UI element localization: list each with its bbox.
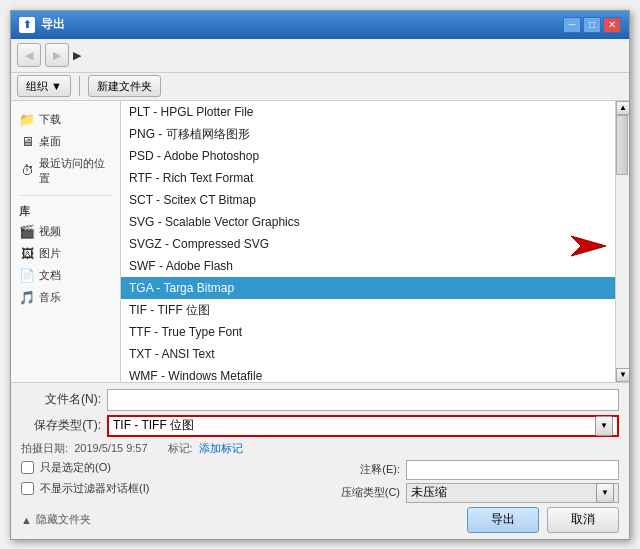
desktop-icon: 🖥	[19, 134, 35, 150]
date-label-text: 拍摄日期:	[21, 442, 68, 454]
main-content: 📁 下载 🖥 桌面 ⏱ 最近访问的位置 库 🎬 视频	[11, 101, 629, 382]
file-item[interactable]: TTF - True Type Font	[121, 321, 615, 343]
compress-combo[interactable]: 未压缩 ▼	[406, 483, 619, 503]
options-area: 只是选定的(O) 不显示过滤器对话框(I) 注释(E): 压缩类型(C) 未压缩…	[21, 460, 619, 503]
cancel-button[interactable]: 取消	[547, 507, 619, 533]
file-item[interactable]: SWF - Adobe Flash	[121, 255, 615, 277]
compress-value: 未压缩	[411, 484, 447, 501]
sidebar-item-downloads[interactable]: 📁 下载	[11, 109, 120, 131]
pictures-icon: 🖼	[19, 246, 35, 262]
export-dialog: ⬆ 导出 ─ □ ✕ ◀ ▶ ▶ 组织 ▼ 新建文件夹 📁 下载	[10, 10, 630, 540]
filename-row: 文件名(N):	[21, 389, 619, 411]
sidebar-item-desktop[interactable]: 🖥 桌面	[11, 131, 120, 153]
meta-row: 拍摄日期: 2019/5/15 9:57 标记: 添加标记	[21, 441, 619, 456]
filename-label: 文件名(N):	[21, 391, 101, 408]
file-item[interactable]: WMF - Windows Metafile	[121, 365, 615, 382]
scroll-down-button[interactable]: ▼	[616, 368, 629, 382]
toolbar-separator	[79, 76, 80, 96]
title-bar-left: ⬆ 导出	[19, 16, 65, 33]
dialog-icon: ⬆	[19, 17, 35, 33]
compress-dropdown-arrow[interactable]: ▼	[596, 483, 614, 503]
file-item[interactable]: TXT - ANSI Text	[121, 343, 615, 365]
sidebar-item-documents[interactable]: 📄 文档	[11, 265, 120, 287]
scrollbar[interactable]: ▲ ▼	[615, 101, 629, 382]
sidebar: 📁 下载 🖥 桌面 ⏱ 最近访问的位置 库 🎬 视频	[11, 101, 121, 382]
checkbox2-label: 不显示过滤器对话框(I)	[40, 481, 149, 496]
video-icon: 🎬	[19, 224, 35, 240]
file-item[interactable]: TIF - TIFF 位图	[121, 299, 615, 321]
note-row: 注释(E):	[330, 460, 619, 480]
file-list: PLT - HPGL Plotter FilePNG - 可移植网络图形PSD …	[121, 101, 615, 382]
sidebar-item-label: 桌面	[39, 134, 61, 149]
music-icon: 🎵	[19, 290, 35, 306]
hide-folder-label: 隐藏文件夹	[36, 512, 91, 527]
file-item[interactable]: PNG - 可移植网络图形	[121, 123, 615, 145]
filename-input[interactable]	[107, 389, 619, 411]
top-toolbar: ◀ ▶ ▶	[11, 39, 629, 73]
recent-icon: ⏱	[19, 163, 35, 179]
forward-button[interactable]: ▶	[45, 43, 69, 67]
scrollbar-thumb[interactable]	[616, 115, 628, 175]
new-folder-button[interactable]: 新建文件夹	[88, 75, 161, 97]
selected-only-checkbox[interactable]	[21, 461, 34, 474]
file-item[interactable]: TGA - Targa Bitmap	[121, 277, 615, 299]
sidebar-separator	[19, 195, 112, 196]
sidebar-item-label: 最近访问的位置	[39, 156, 112, 186]
dialog-title: 导出	[41, 16, 65, 33]
filetype-value: TIF - TIFF 位图	[113, 417, 194, 434]
filetype-dropdown-arrow[interactable]: ▼	[595, 416, 613, 436]
compress-label: 压缩类型(C)	[330, 485, 400, 500]
scroll-up-button[interactable]: ▲	[616, 101, 629, 115]
file-item[interactable]: SVGZ - Compressed SVG	[121, 233, 615, 255]
sidebar-item-label: 音乐	[39, 290, 61, 305]
sidebar-item-video[interactable]: 🎬 视频	[11, 221, 120, 243]
bottom-panel: 文件名(N): 保存类型(T): TIF - TIFF 位图 ▼ 拍摄日期: 2…	[11, 382, 629, 539]
title-bar: ⬆ 导出 ─ □ ✕	[11, 11, 629, 39]
file-item[interactable]: PSD - Adobe Photoshop	[121, 145, 615, 167]
sidebar-favorites: 📁 下载 🖥 桌面 ⏱ 最近访问的位置	[11, 107, 120, 191]
title-bar-controls: ─ □ ✕	[563, 17, 621, 33]
close-button[interactable]: ✕	[603, 17, 621, 33]
scrollbar-thumb-area	[616, 115, 629, 368]
sidebar-item-label: 视频	[39, 224, 61, 239]
export-button[interactable]: 导出	[467, 507, 539, 533]
sidebar-item-music[interactable]: 🎵 音乐	[11, 287, 120, 309]
minimize-button[interactable]: ─	[563, 17, 581, 33]
address-arrow: ▶	[73, 49, 81, 62]
options-left: 只是选定的(O) 不显示过滤器对话框(I)	[21, 460, 310, 503]
sidebar-item-pictures[interactable]: 🖼 图片	[11, 243, 120, 265]
file-item[interactable]: SCT - Scitex CT Bitmap	[121, 189, 615, 211]
documents-icon: 📄	[19, 268, 35, 284]
maximize-button[interactable]: □	[583, 17, 601, 33]
library-label: 库	[11, 202, 120, 221]
no-filter-dialog-checkbox[interactable]	[21, 482, 34, 495]
hide-folder-icon: ▲	[21, 514, 32, 526]
sidebar-item-recent[interactable]: ⏱ 最近访问的位置	[11, 153, 120, 189]
hide-folder-button[interactable]: ▲ 隐藏文件夹	[21, 512, 91, 527]
filetype-label: 保存类型(T):	[21, 417, 101, 434]
folder-icon: 📁	[19, 112, 35, 128]
file-item[interactable]: PLT - HPGL Plotter File	[121, 101, 615, 123]
footer-bar: ▲ 隐藏文件夹 导出 取消	[21, 507, 619, 533]
tag-value[interactable]: 添加标记	[199, 442, 243, 454]
footer-buttons: 导出 取消	[467, 507, 619, 533]
checkbox-row-2: 不显示过滤器对话框(I)	[21, 481, 310, 496]
sidebar-item-label: 下载	[39, 112, 61, 127]
second-toolbar: 组织 ▼ 新建文件夹	[11, 73, 629, 101]
note-input[interactable]	[406, 460, 619, 480]
file-item[interactable]: SVG - Scalable Vector Graphics	[121, 211, 615, 233]
file-item[interactable]: RTF - Rich Text Format	[121, 167, 615, 189]
compress-row: 压缩类型(C) 未压缩 ▼	[330, 483, 619, 503]
file-list-container[interactable]: PLT - HPGL Plotter FilePNG - 可移植网络图形PSD …	[121, 101, 615, 382]
date-value: 2019/5/15 9:57	[74, 442, 147, 454]
checkbox-row-1: 只是选定的(O)	[21, 460, 310, 475]
sidebar-library: 库 🎬 视频 🖼 图片 📄 文档 🎵 音乐	[11, 200, 120, 311]
filetype-row: 保存类型(T): TIF - TIFF 位图 ▼	[21, 415, 619, 437]
back-button[interactable]: ◀	[17, 43, 41, 67]
file-list-wrapper: PLT - HPGL Plotter FilePNG - 可移植网络图形PSD …	[121, 101, 629, 382]
organize-button[interactable]: 组织 ▼	[17, 75, 71, 97]
address-bar: ▶	[73, 49, 623, 62]
sidebar-item-label: 文档	[39, 268, 61, 283]
filetype-combo[interactable]: TIF - TIFF 位图 ▼	[107, 415, 619, 437]
tag-label-text: 标记:	[168, 442, 193, 454]
